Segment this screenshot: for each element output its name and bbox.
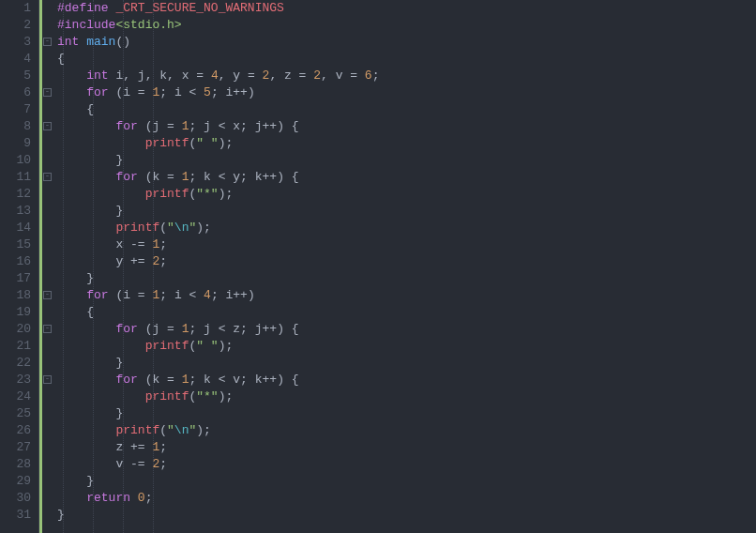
code-line[interactable]: { bbox=[57, 101, 756, 118]
line-number: 17 bbox=[0, 270, 31, 287]
fold-toggle-icon[interactable]: - bbox=[43, 122, 52, 130]
code-line[interactable]: printf(" "); bbox=[57, 135, 756, 152]
code-line[interactable]: { bbox=[57, 304, 756, 321]
code-line[interactable]: } bbox=[57, 473, 756, 490]
line-number: 6 bbox=[0, 84, 31, 101]
line-number: 21 bbox=[0, 338, 31, 355]
code-line[interactable]: printf("\n"); bbox=[57, 220, 756, 236]
line-number: 16 bbox=[0, 253, 31, 270]
code-line[interactable]: for (j = 1; j < x; j++) { bbox=[57, 118, 756, 135]
line-number: 8 bbox=[0, 118, 31, 135]
fold-toggle-icon[interactable]: - bbox=[43, 38, 52, 46]
line-number: 10 bbox=[0, 152, 31, 169]
line-number: 2 bbox=[0, 17, 31, 34]
line-number: 13 bbox=[0, 203, 31, 220]
code-editor[interactable]: #define _CRT_SECURE_NO_WARNINGS #include… bbox=[53, 0, 756, 533]
code-line[interactable]: for (k = 1; k < y; k++) { bbox=[57, 169, 756, 186]
line-number: 20 bbox=[0, 321, 31, 338]
code-line[interactable]: { bbox=[57, 51, 756, 68]
line-number: 11 bbox=[0, 169, 31, 186]
line-number: 12 bbox=[0, 186, 31, 203]
line-number: 27 bbox=[0, 439, 31, 456]
line-number: 1 bbox=[0, 0, 31, 17]
fold-toggle-icon[interactable]: - bbox=[43, 173, 52, 181]
code-line[interactable]: } bbox=[57, 203, 756, 220]
line-number: 7 bbox=[0, 101, 31, 118]
line-number: 30 bbox=[0, 490, 31, 507]
code-line[interactable]: for (k = 1; k < v; k++) { bbox=[57, 372, 756, 388]
fold-toggle-icon[interactable]: - bbox=[43, 291, 52, 299]
code-line[interactable]: #include<stdio.h> bbox=[57, 17, 756, 34]
line-number: 25 bbox=[0, 405, 31, 422]
code-line[interactable]: printf("*"); bbox=[57, 388, 756, 405]
code-line[interactable]: z += 1; bbox=[57, 439, 756, 456]
code-line[interactable]: for (i = 1; i < 4; i++) bbox=[57, 287, 756, 304]
fold-toggle-icon[interactable]: - bbox=[43, 375, 52, 384]
line-number: 4 bbox=[0, 51, 31, 68]
fold-column: - - - - - - - bbox=[42, 0, 53, 533]
code-line[interactable]: x -= 1; bbox=[57, 236, 756, 253]
code-line[interactable]: printf(" "); bbox=[57, 338, 756, 355]
line-number: 19 bbox=[0, 304, 31, 321]
line-number: 23 bbox=[0, 372, 31, 388]
code-line[interactable]: } bbox=[57, 270, 756, 287]
line-number: 9 bbox=[0, 135, 31, 152]
line-number: 15 bbox=[0, 236, 31, 253]
line-number: 31 bbox=[0, 507, 31, 524]
line-number: 28 bbox=[0, 456, 31, 473]
code-line[interactable]: } bbox=[57, 152, 756, 169]
code-line[interactable]: #define _CRT_SECURE_NO_WARNINGS bbox=[57, 0, 756, 17]
code-line[interactable]: for (i = 1; i < 5; i++) bbox=[57, 84, 756, 101]
line-number: 26 bbox=[0, 422, 31, 439]
line-number: 5 bbox=[0, 68, 31, 84]
code-line[interactable]: } bbox=[57, 507, 756, 524]
code-line[interactable]: } bbox=[57, 405, 756, 422]
line-number: 29 bbox=[0, 473, 31, 490]
line-number: 3 bbox=[0, 34, 31, 51]
line-number-gutter: 1 2 3 4 5 6 7 8 9 10 11 12 13 14 15 16 1… bbox=[0, 0, 39, 533]
code-line[interactable]: int i, j, k, x = 4, y = 2, z = 2, v = 6; bbox=[57, 68, 756, 84]
line-number: 14 bbox=[0, 220, 31, 236]
line-number: 24 bbox=[0, 388, 31, 405]
line-number: 18 bbox=[0, 287, 31, 304]
fold-toggle-icon[interactable]: - bbox=[43, 88, 52, 97]
code-line[interactable]: printf("*"); bbox=[57, 186, 756, 203]
code-line[interactable]: return 0; bbox=[57, 490, 756, 507]
line-number: 22 bbox=[0, 355, 31, 372]
code-line[interactable]: v -= 2; bbox=[57, 456, 756, 473]
code-line[interactable]: printf("\n"); bbox=[57, 422, 756, 439]
code-line[interactable]: } bbox=[57, 355, 756, 372]
code-line[interactable]: for (j = 1; j < z; j++) { bbox=[57, 321, 756, 338]
fold-toggle-icon[interactable]: - bbox=[43, 325, 52, 333]
code-line[interactable]: y += 2; bbox=[57, 253, 756, 270]
code-line[interactable]: int main() bbox=[57, 34, 756, 51]
